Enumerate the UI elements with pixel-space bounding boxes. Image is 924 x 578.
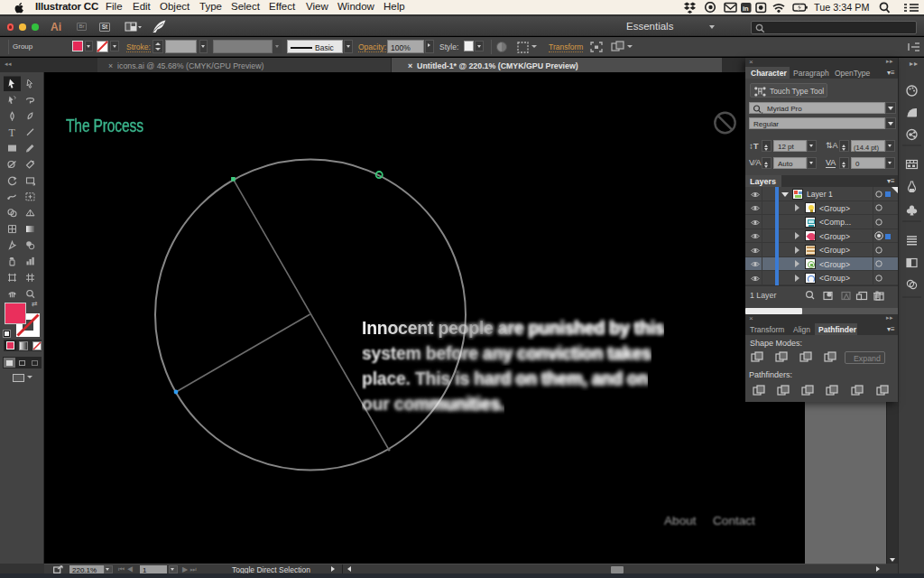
svg-text:in: in xyxy=(743,5,749,13)
svg-text:T: T xyxy=(9,126,16,139)
